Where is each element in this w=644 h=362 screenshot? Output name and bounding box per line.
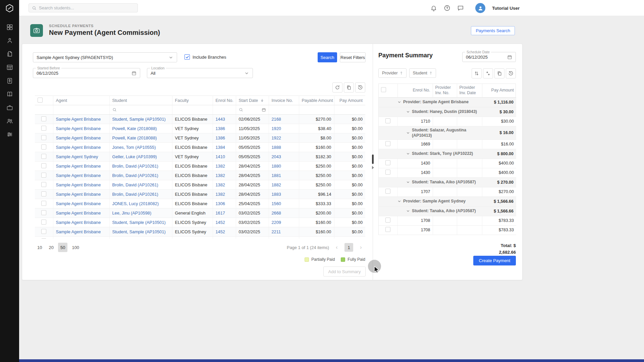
- summary-detail-row[interactable]: 1430$400.00: [379, 168, 516, 177]
- copy-summary-button[interactable]: [494, 68, 504, 78]
- enrol-link[interactable]: 1386: [213, 133, 236, 143]
- provider-inv-no-cell[interactable]: [433, 159, 457, 168]
- summary-provider-group-row[interactable]: Provider: Sample Agent Sydney$ 1,566.66: [379, 196, 516, 206]
- table-row[interactable]: Sample Agent BrisbaneJones, Tom (AP10555…: [35, 143, 365, 152]
- invoice-link[interactable]: 1883: [269, 190, 299, 199]
- row-checkbox[interactable]: [385, 218, 390, 223]
- invoice-link[interactable]: 2209: [269, 218, 299, 227]
- row-checkbox[interactable]: [41, 116, 46, 121]
- summary-detail-row[interactable]: 1707$270.00: [379, 187, 516, 196]
- pay-amount-cell[interactable]: $30.00: [482, 117, 516, 126]
- student-link[interactable]: Powell, Kate (2018088): [109, 133, 172, 143]
- agent-link[interactable]: Sample Agent Brisbane: [53, 124, 109, 133]
- collapse-caret-icon[interactable]: [406, 180, 410, 184]
- column-header-student[interactable]: Student: [109, 96, 172, 105]
- app-logo[interactable]: [0, 0, 19, 16]
- row-checkbox[interactable]: [41, 144, 46, 149]
- sidebar-item-timetables[interactable]: [4, 64, 15, 71]
- provider-inv-date-cell[interactable]: [457, 187, 482, 196]
- row-checkbox[interactable]: [41, 182, 46, 187]
- agent-link[interactable]: Sample Agent Brisbane: [53, 133, 109, 143]
- current-page-button[interactable]: 1: [344, 243, 353, 252]
- copy-grid-button[interactable]: [344, 82, 354, 93]
- page-size-50[interactable]: 50: [58, 243, 67, 252]
- enrol-link[interactable]: 1382: [213, 180, 236, 190]
- table-row[interactable]: Sample Agent BrisbaneStudent, Sample (AP…: [35, 115, 365, 124]
- invoice-link[interactable]: 2043: [269, 152, 299, 162]
- group-chip-provider[interactable]: Provider: [378, 68, 407, 78]
- row-checkbox[interactable]: [385, 189, 390, 194]
- invoice-filter[interactable]: [269, 105, 299, 115]
- calendar-icon[interactable]: [131, 71, 137, 76]
- enrol-link[interactable]: 1443: [213, 115, 236, 124]
- table-row[interactable]: Sample Agent BrisbaneBrolin, David (AP10…: [35, 180, 365, 190]
- agent-link[interactable]: Sample Agent Sydney: [53, 152, 109, 162]
- pay-amount-cell[interactable]: $783.33: [482, 216, 516, 225]
- enrol-link[interactable]: 1306: [213, 199, 236, 208]
- faculty-filter[interactable]: [172, 105, 213, 115]
- sidebar-item-library[interactable]: [4, 90, 15, 98]
- column-header-payable-amount[interactable]: Payable Amount: [299, 96, 334, 105]
- enrol-link[interactable]: 1386: [213, 124, 236, 133]
- summary-select-all-checkbox[interactable]: [379, 84, 397, 97]
- invoice-link[interactable]: 1920: [269, 124, 299, 133]
- invoice-link[interactable]: 1881: [269, 171, 299, 180]
- row-checkbox[interactable]: [41, 173, 46, 178]
- group-chip-student[interactable]: Student: [409, 68, 436, 78]
- student-link[interactable]: Student, Sample (AP10501): [109, 218, 172, 227]
- row-checkbox[interactable]: [41, 126, 46, 131]
- sidebar-item-services[interactable]: [4, 104, 15, 111]
- pane-splitter[interactable]: [371, 44, 375, 280]
- enrol-link[interactable]: 1382: [213, 190, 236, 199]
- enrol-filter[interactable]: [213, 105, 236, 115]
- splitter-collapse-icon[interactable]: [372, 166, 374, 169]
- select-all-checkbox[interactable]: [35, 96, 53, 105]
- provider-inv-date-cell[interactable]: [457, 168, 482, 177]
- table-row[interactable]: Sample Agent BrisbanePowell, Kate (20180…: [35, 124, 365, 133]
- agent-link[interactable]: Sample Agent Brisbane: [53, 190, 109, 199]
- collapse-caret-icon[interactable]: [406, 110, 410, 114]
- column-header-pay-amount[interactable]: Pay Amount: [334, 96, 365, 105]
- location-select[interactable]: Location All: [147, 68, 253, 78]
- row-checkbox[interactable]: [41, 135, 46, 140]
- agent-link[interactable]: Sample Agent Brisbane: [53, 227, 109, 237]
- user-name[interactable]: Tutorial User: [492, 6, 520, 11]
- collapse-all-button[interactable]: [483, 68, 493, 78]
- provider-inv-no-cell[interactable]: [433, 168, 457, 177]
- payable-filter[interactable]: [299, 105, 334, 115]
- agent-filter[interactable]: [53, 105, 109, 115]
- agent-link[interactable]: Sample Agent Brisbane: [53, 171, 109, 180]
- summary-detail-row[interactable]: 1669$16.00: [379, 139, 516, 149]
- provider-inv-date-cell[interactable]: [457, 159, 482, 168]
- enrol-link[interactable]: 1384: [213, 143, 236, 152]
- column-header-agent[interactable]: Agent: [53, 96, 109, 105]
- provider-inv-date-cell[interactable]: [457, 225, 482, 235]
- invoice-link[interactable]: 1882: [269, 180, 299, 190]
- provider-inv-date-cell[interactable]: [457, 139, 482, 149]
- summary-detail-row[interactable]: 1708$783.33: [379, 225, 516, 235]
- prev-page-button[interactable]: ‹: [332, 243, 341, 252]
- sidebar-item-utilities[interactable]: [4, 131, 15, 138]
- enrol-link[interactable]: 1410: [213, 152, 236, 162]
- summary-student-group-row[interactable]: Student: Tanaka, Aiko (AP10587)$ 270.00: [379, 177, 516, 187]
- table-row-partial[interactable]: [35, 237, 365, 239]
- provider-inv-no-cell[interactable]: [433, 117, 457, 126]
- agent-link[interactable]: Sample Agent Brisbane: [53, 218, 109, 227]
- collapse-caret-icon[interactable]: [406, 131, 410, 135]
- summary-detail-row[interactable]: 1708$783.33: [379, 216, 516, 225]
- agent-link[interactable]: Sample Agent Brisbane: [53, 180, 109, 190]
- student-link[interactable]: Jones, Tom (AP10555): [109, 143, 172, 152]
- table-row[interactable]: Sample Agent BrisbaneBrolin, David (AP10…: [35, 190, 365, 199]
- enrol-link[interactable]: 1382: [213, 171, 236, 180]
- row-checkbox[interactable]: [41, 201, 46, 206]
- agent-link[interactable]: Sample Agent Brisbane: [53, 208, 109, 218]
- calendar-icon[interactable]: [507, 55, 512, 60]
- provider-inv-date-cell[interactable]: [457, 216, 482, 225]
- invoice-link[interactable]: 2211: [269, 227, 299, 237]
- student-link[interactable]: Student, Sample (AP10501): [109, 227, 172, 237]
- row-checkbox[interactable]: [41, 154, 46, 159]
- sidebar-item-agents[interactable]: [4, 117, 15, 125]
- enrol-link[interactable]: 1382: [213, 162, 236, 171]
- provider-inv-no-cell[interactable]: [433, 225, 457, 235]
- provider-inv-date-cell[interactable]: [457, 117, 482, 126]
